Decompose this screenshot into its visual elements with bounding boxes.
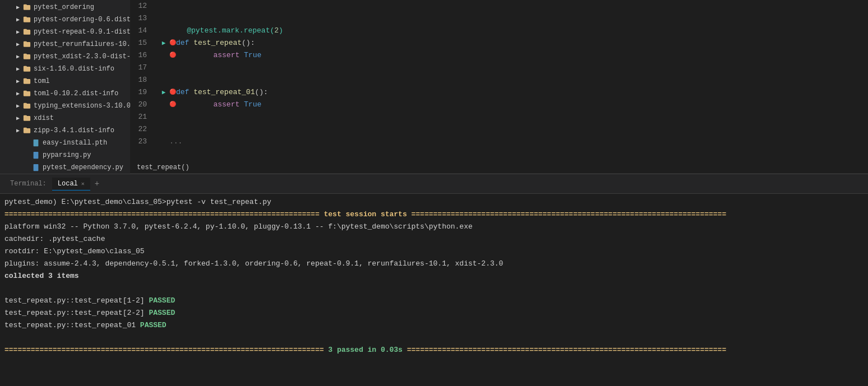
breadcrumb: test_repeat() <box>130 161 868 174</box>
collapse-arrow-icon: ▶ <box>13 77 22 86</box>
sidebar-item-zipp-dist[interactable]: ▶ zipp-3.4.1.dist-info <box>0 124 130 137</box>
folder-icon <box>22 40 31 49</box>
terminal-test2-line: test_repeat.py::test_repeat[2-2] PASSED <box>4 307 864 319</box>
folder-icon <box>22 89 31 98</box>
code-line-14: @pytest.mark.repeat(2) <box>158 25 868 37</box>
breakpoint-19: 🔴 <box>169 86 176 99</box>
code-line-23: ... <box>158 136 868 148</box>
sidebar-item-xdist[interactable]: ▶ xdist <box>0 112 130 124</box>
terminal-plugins-line: plugins: assume-2.4.3, dependency-0.5.1,… <box>4 258 864 270</box>
breadcrumb-text: test_repeat() <box>137 164 190 171</box>
code-line-13 <box>158 12 868 25</box>
terminal-rootdir-line: rootdir: E:\pytest_demo\class_05 <box>4 245 864 258</box>
assert-kw-20: assert <box>213 99 244 111</box>
def-kw-15: def <box>176 37 193 49</box>
sidebar-item-pytest-ordering[interactable]: ▶ pytest_ordering <box>0 1 130 13</box>
gutter-16 <box>158 49 169 62</box>
sidebar: ▶ pytest_ordering ▶ pytest-ordering-0.6.… <box>0 0 130 174</box>
terminal-area: Terminal: Local ✕ + pytest_demo) E:\pyte… <box>0 174 868 386</box>
terminal-add-button[interactable]: + <box>90 177 104 190</box>
breakpoint-16: 🔴 <box>169 49 176 62</box>
sidebar-item-label: typing_extensions-3.10.0.0 <box>34 102 130 110</box>
sidebar-item-label: toml <box>34 77 50 85</box>
sidebar-item-pytest-rerun-dist[interactable]: ▶ pytest_rerunfailures-10.1.d <box>0 38 130 50</box>
sidebar-item-pytest-ordering-dist[interactable]: ▶ pytest-ordering-0.6.dist-inf <box>0 13 130 26</box>
gutter-12 <box>158 0 169 12</box>
sidebar-item-label: pytest_rerunfailures-10.1.d <box>34 40 130 48</box>
sidebar-item-pyparsing[interactable]: ▶ pyparsing.py <box>0 149 130 161</box>
terminal-plugins-text: plugins: assume-2.4.3, dependency-0.5.1,… <box>4 258 503 270</box>
sidebar-item-label: xdist <box>34 114 54 122</box>
terminal-empty-line <box>4 282 864 295</box>
gutter-21 <box>158 111 169 123</box>
terminal-platform-text: platform win32 -- Python 3.7.0, pytest-6… <box>4 221 473 233</box>
code-indent-14 <box>169 25 187 37</box>
sidebar-item-label: toml-0.10.2.dist-info <box>34 90 118 97</box>
gutter-17 <box>158 62 169 74</box>
svg-rect-2 <box>34 164 39 171</box>
true-val-16: True <box>244 49 261 62</box>
terminal-output: pytest_demo) E:\pytest_demo\class_05>pyt… <box>0 194 868 386</box>
svg-rect-1 <box>34 152 39 159</box>
line-numbers: 12 13 14 15 16 17 18 19 20 21 22 23 <box>130 0 151 161</box>
folder-icon <box>22 64 31 73</box>
editor-area: ▶ pytest_ordering ▶ pytest-ordering-0.6.… <box>0 0 868 174</box>
true-val-20: True <box>244 99 261 111</box>
sidebar-item-label: easy-install.pth <box>43 139 107 147</box>
python-file-icon <box>31 163 40 172</box>
run-icon-19[interactable]: ▶ <box>158 86 169 99</box>
ellipsis-23: ... <box>169 136 182 148</box>
gutter-13 <box>158 12 169 25</box>
terminal-test1-name: test_repeat.py::test_repeat[1-2] <box>4 295 149 307</box>
code-panel: 12 13 14 15 16 17 18 19 20 21 22 23 <box>130 0 868 174</box>
folder-icon <box>22 52 31 61</box>
tab-local[interactable]: Local ✕ <box>52 178 90 190</box>
sidebar-item-typing-extensions[interactable]: ▶ typing_extensions-3.10.0.0 <box>0 100 130 112</box>
gutter-14 <box>158 25 169 37</box>
gutter-23 <box>158 136 169 148</box>
code-line-18 <box>158 74 868 86</box>
code-line-15: ▶ 🔴 def test_repeat(): <box>158 37 868 49</box>
terminal-rootdir-text: rootdir: E:\pytest_demo\class_05 <box>4 245 145 258</box>
collapse-arrow-icon: ▶ <box>13 27 22 36</box>
terminal-test2-name: test_repeat.py::test_repeat[2-2] <box>4 307 149 319</box>
sidebar-item-toml[interactable]: ▶ toml <box>0 75 130 87</box>
collapse-arrow-icon: ▶ <box>13 52 22 61</box>
terminal-test1-status: PASSED <box>149 295 175 307</box>
collapse-arrow-icon: ▶ <box>13 89 22 98</box>
sidebar-item-label: pytest_dependency.py <box>43 164 123 171</box>
folder-icon <box>22 27 31 36</box>
terminal-prompt-text: pytest_demo) E:\pytest_demo\class_05>pyt… <box>4 196 271 208</box>
sidebar-item-pytest-repeat-dist[interactable]: ▶ pytest-repeat-0.9.1-dist-inf <box>0 26 130 38</box>
sidebar-item-easy-install[interactable]: ▶ easy-install.pth <box>0 137 130 149</box>
sidebar-item-label: six-1.16.0.dist-info <box>34 65 114 73</box>
collapse-arrow-icon: ▶ <box>13 114 22 123</box>
terminal-empty-line2 <box>4 332 864 344</box>
sidebar-item-pytest-dependency[interactable]: ▶ pytest_dependency.py <box>0 161 130 174</box>
folder-icon <box>22 101 31 110</box>
breakpoint-20: 🔴 <box>169 99 176 111</box>
code-line-22 <box>158 123 868 136</box>
sidebar-item-pytest-xdist-dist[interactable]: ▶ pytest_xdist-2.3.0-dist-info <box>0 50 130 63</box>
sidebar-item-toml-dist[interactable]: ▶ toml-0.10.2.dist-info <box>0 87 130 100</box>
fn-paren-15: (): <box>242 37 255 49</box>
code-line-12 <box>158 0 868 12</box>
decorator-at-14: @pytest.mark.repeat( <box>187 25 274 37</box>
sidebar-item-label: pyparsing.py <box>43 151 91 159</box>
breakpoint-15: 🔴 <box>169 37 176 49</box>
sidebar-item-six-dist[interactable]: ▶ six-1.16.0.dist-info <box>0 63 130 75</box>
tab-local-label: Local <box>58 180 78 188</box>
terminal-tabs: Terminal: Local ✕ + <box>0 174 868 194</box>
fn-name-15: test_repeat <box>193 37 242 49</box>
terminal-test3-status: PASSED <box>140 319 167 332</box>
svg-rect-0 <box>34 139 39 146</box>
code-content: 12 13 14 15 16 17 18 19 20 21 22 23 <box>130 0 868 161</box>
collapse-arrow-icon: ▶ <box>13 126 22 135</box>
collapse-arrow-icon: ▶ <box>13 15 22 24</box>
terminal-collected-text: collected 3 items <box>4 270 79 282</box>
code-line-19: ▶ 🔴 def test_repeat_01(): <box>158 86 868 99</box>
collapse-arrow-icon: ▶ <box>13 40 22 49</box>
run-icon-15[interactable]: ▶ <box>158 37 169 49</box>
sidebar-item-label: pytest_ordering <box>34 3 94 11</box>
tab-close-icon[interactable]: ✕ <box>81 180 85 187</box>
